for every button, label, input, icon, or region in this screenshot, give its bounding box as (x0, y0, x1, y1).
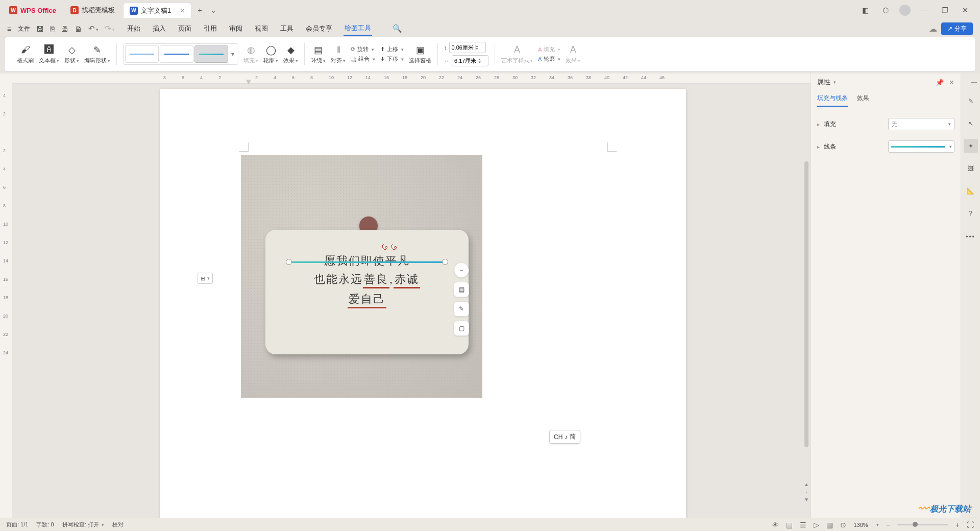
text-effect-button[interactable]: A效果▾ (566, 44, 580, 64)
zoom-out-button[interactable]: − (886, 521, 890, 529)
wrap-button[interactable]: ▤环绕▾ (311, 44, 326, 64)
new-tab-button[interactable]: + (193, 4, 207, 17)
redo-icon[interactable]: ↷▾ (105, 24, 115, 33)
app-tab[interactable]: W WPS Office (3, 3, 62, 18)
package-icon[interactable]: ⬡ (879, 4, 892, 17)
save-icon[interactable]: 🖫 (36, 25, 44, 33)
document-tab[interactable]: W 文字文稿1 × (123, 3, 191, 18)
move-down-button[interactable]: ⬇ 下移▾ (380, 55, 404, 63)
width-field[interactable] (452, 58, 478, 64)
move-up-button[interactable]: ⬆ 上移▾ (380, 45, 404, 53)
menu-page[interactable]: 页面 (177, 22, 192, 35)
fill-select[interactable]: 无 ▾ (888, 118, 954, 130)
more-tools-icon[interactable]: ••• (964, 230, 978, 244)
view-outline-icon[interactable]: ☰ (800, 521, 806, 529)
menu-tools[interactable]: 工具 (279, 22, 295, 35)
panel-title-dropdown[interactable]: ▾ (834, 80, 836, 85)
ime-indicator[interactable]: CH ♪ 简 (549, 430, 580, 444)
view-read-icon[interactable]: 👁 (772, 521, 779, 529)
style-tool-icon[interactable]: ✦ (964, 139, 978, 153)
panel-tab-fill-line[interactable]: 填充与线条 (817, 94, 848, 107)
gallery-more-button[interactable]: ▾ (229, 45, 236, 63)
tab-menu-button[interactable]: ⌄ (207, 4, 220, 17)
share-button[interactable]: ↗ 分享 (941, 22, 973, 35)
style-swatch-3[interactable] (194, 45, 228, 63)
effect-button[interactable]: ◆效果▾ (283, 44, 298, 64)
select-tool-icon[interactable]: ↖ (964, 116, 978, 131)
float-wrap-button[interactable]: ▤ (454, 282, 469, 297)
align-button[interactable]: ⫴对齐▾ (331, 44, 346, 64)
view-page-icon[interactable]: ▤ (786, 521, 793, 529)
print-icon[interactable]: 🖶 (61, 25, 68, 33)
panel-pin-icon[interactable]: 📌 (936, 79, 944, 86)
float-edit-button[interactable]: ✎ (454, 301, 469, 317)
window-close-button[interactable]: ✕ (959, 4, 972, 17)
style-swatch-2[interactable] (160, 45, 193, 63)
pencil-tool-icon[interactable]: ✎ (964, 94, 978, 108)
text-fill-button[interactable]: A 填充▾ (538, 45, 560, 53)
ruler-tool-icon[interactable]: 📐 (964, 184, 978, 198)
window-maximize-button[interactable]: ❐ (938, 4, 951, 17)
fill-button[interactable]: ◍填充▾ (243, 44, 258, 64)
search-icon[interactable]: 🔍 (393, 24, 402, 33)
float-crop-button[interactable]: ▢ (454, 321, 469, 336)
template-tab[interactable]: D 找稻壳模板 (64, 3, 121, 18)
panel-collapse-icon[interactable]: — (971, 79, 977, 86)
status-page[interactable]: 页面: 1/1 (6, 521, 28, 528)
menu-member[interactable]: 会员专享 (305, 22, 333, 35)
status-proof[interactable]: 校对 (112, 521, 124, 528)
scroll-mid-icon[interactable]: ◦ (805, 489, 807, 495)
help-icon[interactable]: ? (964, 206, 978, 221)
selection-handle-left[interactable] (286, 259, 292, 265)
zoom-level[interactable]: 130% (853, 522, 868, 528)
zoom-knob[interactable] (913, 522, 918, 527)
file-menu[interactable]: 文件 (18, 25, 30, 33)
focus-icon[interactable]: ⊙ (840, 521, 846, 529)
cloud-icon[interactable]: ☁ (929, 24, 937, 34)
style-swatch-1[interactable] (125, 45, 159, 63)
fullscreen-icon[interactable]: ⛶ (967, 521, 974, 529)
document-page[interactable]: ᥀᥀ 愿我们即使平凡 也能永远善良,赤诚 爱自己 − ▤ ✎ ▢ (160, 89, 686, 518)
expand-arrow-icon[interactable]: ▸ (817, 122, 820, 127)
select-pane-button[interactable]: ▣选择窗格 (409, 44, 431, 64)
menu-start[interactable]: 开始 (126, 22, 141, 35)
menu-reference[interactable]: 引用 (203, 22, 218, 35)
menu-view[interactable]: 视图 (254, 22, 269, 35)
rotate-button[interactable]: ⟳ 旋转▾ (351, 45, 375, 53)
scroll-down-icon[interactable]: ▼ (804, 497, 809, 502)
status-spell[interactable]: 拼写检查: 打开 ▾ (62, 521, 104, 528)
menu-drawing-tools[interactable]: 绘图工具 (344, 21, 372, 36)
line-body[interactable] (289, 261, 445, 263)
scrollbar-thumb[interactable] (804, 161, 808, 447)
expand-arrow-icon[interactable]: ▸ (817, 144, 820, 150)
height-field[interactable] (450, 44, 475, 51)
text-outline-button[interactable]: A 轮廓▾ (538, 55, 560, 63)
height-input[interactable]: ▲▼ (449, 42, 486, 53)
window-layout-icon[interactable]: ◧ (859, 4, 872, 17)
float-zoom-out-button[interactable]: − (454, 262, 469, 278)
scroll-up-icon[interactable]: ▲ (804, 481, 809, 487)
format-brush-button[interactable]: 🖌格式刷 (17, 44, 34, 64)
line-select[interactable]: ▾ (888, 140, 954, 153)
width-input[interactable]: ▲▼ (452, 55, 488, 66)
textbox-button[interactable]: 🅰文本框▾ (39, 44, 59, 64)
view-play-icon[interactable]: ▷ (814, 521, 819, 529)
undo-icon[interactable]: ↶▾ (88, 24, 99, 33)
print-preview-icon[interactable]: 🗎 (75, 25, 82, 33)
zoom-in-button[interactable]: + (955, 521, 960, 529)
group-button[interactable]: ⿻ 组合▾ (351, 55, 375, 63)
selection-handle-right[interactable] (442, 259, 448, 265)
wordart-button[interactable]: A艺术字样式▾ (501, 44, 533, 64)
menu-insert[interactable]: 插入 (152, 22, 167, 35)
window-minimize-button[interactable]: — (918, 4, 931, 17)
panel-close-icon[interactable]: ✕ (949, 79, 954, 86)
hamburger-icon[interactable]: ≡ (7, 25, 12, 33)
image-tool-icon[interactable]: 🖼 (964, 161, 978, 176)
shape-button[interactable]: ◇形状▾ (64, 44, 79, 64)
style-gallery[interactable]: ▾ (123, 43, 238, 65)
embedded-image[interactable]: ᥀᥀ 愿我们即使平凡 也能永远善良,赤诚 爱自己 (241, 155, 482, 398)
user-avatar[interactable] (899, 5, 911, 16)
zoom-slider[interactable] (897, 524, 948, 525)
edit-shape-button[interactable]: ✎编辑形状▾ (84, 44, 110, 64)
view-web-icon[interactable]: ▦ (826, 521, 833, 529)
